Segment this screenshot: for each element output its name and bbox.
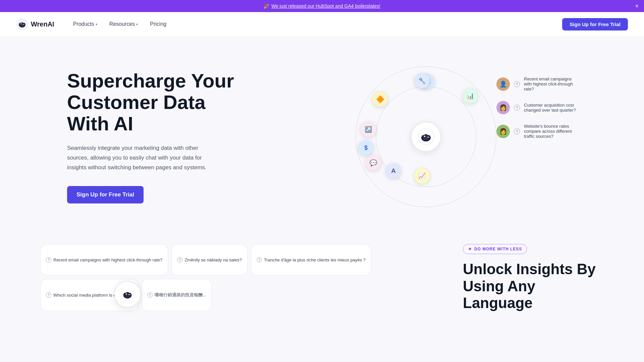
- arrow-icon: ↗️: [361, 122, 376, 137]
- question-icon-2: ?: [514, 105, 520, 111]
- hero-title: Supercharge Your Customer Data With AI: [67, 70, 248, 134]
- pill-icon-4: ?: [46, 292, 51, 298]
- svg-point-6: [422, 134, 430, 140]
- info-card-3: 👩 ? Website's bounce rates compare acros…: [496, 124, 577, 139]
- info-card-2: 👩 ? Customer acquisition cost changed ov…: [496, 101, 577, 114]
- question-icon-1: ?: [514, 81, 520, 87]
- pill-icon-1: ?: [46, 257, 51, 262]
- pill-5[interactable]: ? 哪種行銷通路的投資報酬...: [142, 279, 212, 311]
- badge-text: DO MORE WITH LESS: [474, 247, 522, 251]
- text-icon: A: [386, 163, 401, 179]
- hero-circle-diagram: ❄️ 🔶 ↗️ $ 📊 💬 📈 A 🔧 👤 ? Recent email cam…: [356, 66, 496, 207]
- pill-2[interactable]: ? Změnily se náklady na sales?: [171, 244, 248, 276]
- pill-icon-5: ?: [147, 292, 153, 298]
- info-text-1: Recent email campaigns with highest clic…: [524, 76, 577, 92]
- hero-text: Supercharge Your Customer Data With AI S…: [67, 70, 248, 203]
- avatar-3: 👩: [496, 125, 510, 138]
- announcement-link[interactable]: We just released our HubSpot and GA4 boi…: [271, 3, 380, 9]
- nav-products[interactable]: Products ▾: [68, 18, 103, 30]
- pill-text-3: Tranche d'âge la plus riche clients les …: [264, 257, 366, 262]
- pill-3[interactable]: ? Tranche d'âge la plus riche clients le…: [251, 244, 371, 276]
- pill-1[interactable]: ? Recent email campaigns with highest cl…: [40, 244, 168, 276]
- announcement-emoji: 🎉: [264, 3, 269, 9]
- question-icon-3: ?: [514, 128, 520, 134]
- sparkle-icon: ✦: [468, 246, 472, 252]
- svg-point-7: [424, 136, 425, 137]
- navbar: WrenAI Products ▾ Resources ▾ Pricing Si…: [0, 12, 644, 36]
- resources-chevron-icon: ▾: [136, 22, 138, 26]
- announcement-close-button[interactable]: ×: [635, 3, 639, 9]
- avatar-1: 👤: [496, 77, 510, 91]
- nav-resources[interactable]: Resources ▾: [104, 18, 143, 30]
- center-wren-logo: [411, 122, 441, 152]
- info-card-1: 👤 ? Recent email campaigns with highest …: [496, 76, 577, 92]
- nav-signup-button[interactable]: Sign Up for Free Trial: [562, 18, 628, 31]
- info-text-3: Website's bounce rates compare across di…: [524, 124, 577, 139]
- do-more-badge: ✦ DO MORE WITH LESS: [463, 244, 527, 254]
- chat-icon: 💬: [366, 155, 381, 171]
- hero-signup-button[interactable]: Sign Up for Free Trial: [67, 186, 144, 203]
- hero-visual: ❄️ 🔶 ↗️ $ 📊 💬 📈 A 🔧 👤 ? Recent email cam…: [248, 66, 604, 207]
- bar-chart-icon: 📈: [414, 168, 430, 184]
- pill-text-2: Změnily se náklady na sales?: [184, 257, 242, 262]
- pill-text-1: Recent email campaigns with highest clic…: [53, 257, 162, 262]
- svg-point-10: [124, 292, 130, 298]
- nav-pricing[interactable]: Pricing: [145, 18, 172, 30]
- wrench-icon: 🔧: [414, 73, 430, 88]
- bottom-section: ? Recent email campaigns with highest cl…: [0, 231, 644, 325]
- orange-icon: 🔶: [372, 92, 388, 107]
- hero-subtitle: Seamlessly integrate your marketing data…: [67, 143, 221, 173]
- products-chevron-icon: ▾: [96, 22, 97, 26]
- svg-point-11: [126, 293, 127, 295]
- query-pills-area: ? Recent email campaigns with highest cl…: [40, 244, 436, 311]
- avatar-2: 👩: [496, 101, 510, 114]
- hero-section: Supercharge Your Customer Data With AI S…: [0, 36, 644, 231]
- nav-logo[interactable]: WrenAI: [16, 18, 54, 30]
- do-more-section: ✦ DO MORE WITH LESS Unlock Insights By U…: [463, 244, 604, 312]
- chart-icon: 📊: [463, 88, 478, 104]
- info-text-2: Customer acquisition cost changed over l…: [524, 103, 577, 113]
- pill-text-5: 哪種行銷通路的投資報酬...: [155, 292, 206, 298]
- announcement-bar: 🎉 We just released our HubSpot and GA4 b…: [0, 0, 644, 12]
- dollar-icon: $: [358, 140, 374, 156]
- nav-logo-text: WrenAI: [31, 20, 54, 28]
- svg-point-3: [21, 23, 22, 24]
- nav-links: Products ▾ Resources ▾ Pricing: [68, 18, 562, 30]
- hero-info-cards: 👤 ? Recent email campaigns with highest …: [496, 76, 577, 139]
- pill-icon-3: ?: [257, 257, 262, 262]
- wren-circle-bottom: [114, 281, 141, 308]
- pill-icon-2: ?: [177, 257, 182, 262]
- do-more-heading: Unlock Insights By Using Any Language: [463, 261, 604, 312]
- wren-logo-icon: [16, 18, 28, 30]
